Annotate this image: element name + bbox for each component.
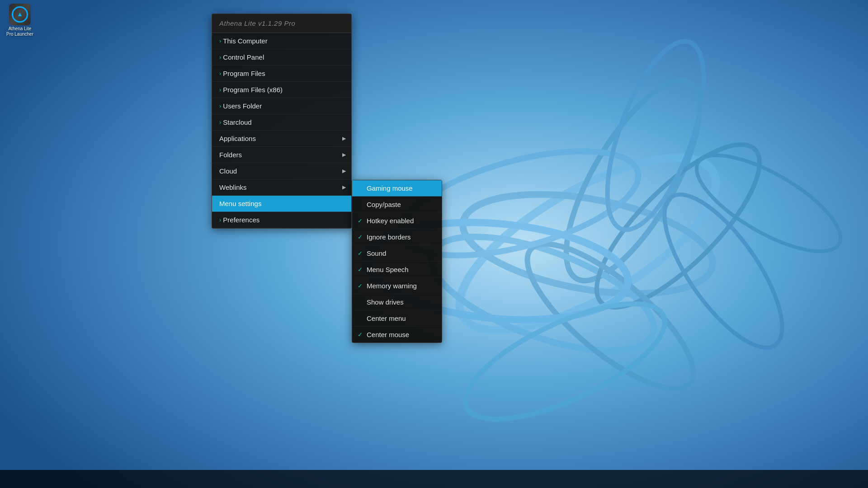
submenu-label-sound: Sound — [367, 249, 386, 257]
menu-item-left-weblinks: Weblinks — [219, 183, 247, 191]
menu-container: Athena Lite v1.1.29 Pro ›This Computer›C… — [212, 14, 442, 343]
menu-item-prefix-users-folder: › — [219, 103, 221, 109]
submenu-item-center-menu[interactable]: Center menu — [352, 310, 442, 327]
submenu-item-sound[interactable]: ✓Sound — [352, 245, 442, 262]
taskbar — [0, 470, 868, 488]
menu-item-weblinks[interactable]: Weblinks▶ — [212, 179, 351, 196]
menu-item-left-program-files: ›Program Files — [219, 70, 265, 77]
submenu-label-memory-warning: Memory warning — [367, 282, 417, 290]
menu-item-program-files[interactable]: ›Program Files — [212, 66, 351, 82]
menu-item-label-folders: Folders — [219, 151, 242, 159]
submenu-label-copy-paste: Copy/paste — [367, 201, 401, 208]
submenu-label-center-menu: Center menu — [367, 314, 406, 322]
submenu-label-ignore-borders: Ignore borders — [367, 233, 411, 241]
menu-item-prefix-this-computer: › — [219, 38, 221, 44]
submenu-item-memory-warning[interactable]: ✓Memory warning — [352, 278, 442, 294]
menu-item-label-preferences: Preferences — [223, 216, 259, 224]
submenu-item-hotkey-enabled[interactable]: ✓Hotkey enabled — [352, 213, 442, 229]
menu-item-this-computer[interactable]: ›This Computer — [212, 33, 351, 49]
submenu: Gaming mouseCopy/paste✓Hotkey enabled✓Ig… — [352, 180, 442, 343]
menu-item-starcloud[interactable]: ›Starcloud — [212, 114, 351, 131]
menu-item-label-applications: Applications — [219, 135, 256, 142]
menu-item-left-program-files-x86: ›Program Files (x86) — [219, 86, 283, 94]
desktop-icon-label: Athena Lite Pro Launcher — [6, 26, 33, 37]
menu-item-menu-settings[interactable]: Menu settings — [212, 196, 351, 212]
submenu-item-gaming-mouse[interactable]: Gaming mouse — [352, 180, 442, 197]
submenu-item-menu-speech[interactable]: ✓Menu Speech — [352, 262, 442, 278]
submenu-label-show-drives: Show drives — [367, 298, 404, 306]
menu-item-cloud[interactable]: Cloud▶ — [212, 163, 351, 179]
menu-item-label-cloud: Cloud — [219, 167, 237, 175]
menu-item-label-menu-settings: Menu settings — [219, 200, 261, 207]
submenu-check-menu-speech: ✓ — [358, 266, 365, 273]
submenu-check-hotkey-enabled: ✓ — [358, 217, 365, 224]
menu-item-prefix-preferences: › — [219, 216, 221, 223]
menu-item-label-program-files-x86: Program Files (x86) — [223, 86, 283, 94]
desktop-icon-image — [9, 4, 31, 25]
desktop-icon-athena[interactable]: Athena Lite Pro Launcher — [4, 4, 36, 37]
menu-item-control-panel[interactable]: ›Control Panel — [212, 49, 351, 66]
primary-menu: Athena Lite v1.1.29 Pro ›This Computer›C… — [212, 14, 352, 229]
submenu-label-menu-speech: Menu Speech — [367, 266, 409, 273]
submenu-item-show-drives[interactable]: Show drives — [352, 294, 442, 310]
menu-item-label-users-folder: Users Folder — [223, 102, 262, 110]
submenu-check-center-mouse: ✓ — [358, 331, 365, 338]
menu-items-container: ›This Computer›Control Panel›Program Fil… — [212, 33, 351, 228]
menu-item-label-weblinks: Weblinks — [219, 183, 247, 191]
menu-item-left-applications: Applications — [219, 135, 256, 142]
submenu-check-ignore-borders: ✓ — [358, 234, 365, 240]
submenu-item-ignore-borders[interactable]: ✓Ignore borders — [352, 229, 442, 245]
menu-item-arrow-weblinks: ▶ — [342, 184, 346, 190]
menu-item-prefix-control-panel: › — [219, 54, 221, 61]
menu-item-arrow-folders: ▶ — [342, 152, 346, 158]
menu-item-prefix-starcloud: › — [219, 119, 221, 126]
menu-title: Athena Lite v1.1.29 Pro — [212, 14, 351, 33]
submenu-check-sound: ✓ — [358, 250, 365, 257]
menu-item-folders[interactable]: Folders▶ — [212, 147, 351, 163]
menu-item-prefix-program-files-x86: › — [219, 86, 221, 93]
menu-item-arrow-cloud: ▶ — [342, 168, 346, 174]
submenu-label-hotkey-enabled: Hotkey enabled — [367, 217, 414, 225]
menu-item-left-starcloud: ›Starcloud — [219, 118, 252, 126]
submenu-label-center-mouse: Center mouse — [367, 331, 409, 338]
menu-item-applications[interactable]: Applications▶ — [212, 131, 351, 147]
submenu-item-copy-paste[interactable]: Copy/paste — [352, 197, 442, 213]
menu-item-left-users-folder: ›Users Folder — [219, 102, 262, 110]
menu-item-program-files-x86[interactable]: ›Program Files (x86) — [212, 82, 351, 98]
submenu-item-center-mouse[interactable]: ✓Center mouse — [352, 327, 442, 343]
menu-item-users-folder[interactable]: ›Users Folder — [212, 98, 351, 114]
menu-item-left-control-panel: ›Control Panel — [219, 53, 264, 61]
menu-item-left-folders: Folders — [219, 151, 242, 159]
menu-item-label-this-computer: This Computer — [223, 37, 267, 45]
menu-item-preferences[interactable]: ›Preferences — [212, 212, 351, 228]
menu-item-left-cloud: Cloud — [219, 167, 237, 175]
submenu-check-memory-warning: ✓ — [358, 282, 365, 289]
menu-item-arrow-applications: ▶ — [342, 136, 346, 141]
menu-item-left-this-computer: ›This Computer — [219, 37, 268, 45]
submenu-items-container: Gaming mouseCopy/paste✓Hotkey enabled✓Ig… — [352, 180, 442, 343]
menu-item-label-control-panel: Control Panel — [223, 53, 264, 61]
menu-item-label-program-files: Program Files — [223, 70, 265, 77]
menu-item-label-starcloud: Starcloud — [223, 118, 251, 126]
menu-item-left-menu-settings: Menu settings — [219, 200, 261, 207]
menu-item-prefix-program-files: › — [219, 70, 221, 77]
submenu-label-gaming-mouse: Gaming mouse — [367, 184, 413, 192]
menu-item-left-preferences: ›Preferences — [219, 216, 259, 224]
